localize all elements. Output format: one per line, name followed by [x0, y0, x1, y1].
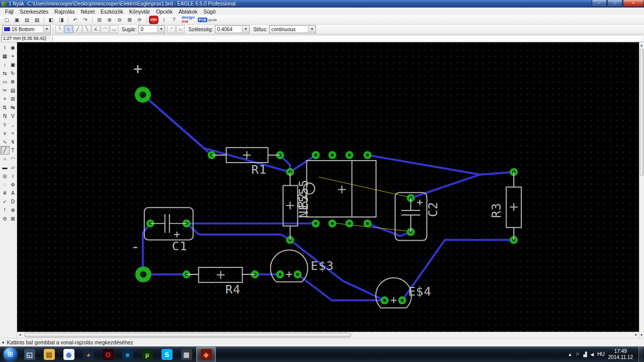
titlebar[interactable]: 1 Nyák -C:\Users\minicooper\Desktop\mini… [0, 0, 644, 8]
scroll-up-icon[interactable]: ▲ [639, 42, 643, 48]
library-editor-icon[interactable]: ◨ [56, 16, 66, 24]
paste-tool[interactable]: ▤ [9, 86, 18, 95]
horizontal-scroll-thumb[interactable] [24, 333, 351, 337]
menu-rajzolas[interactable]: Rajzolás [51, 9, 77, 15]
info-icon[interactable]: i [159, 16, 169, 24]
style-value: continuous [271, 27, 306, 32]
replace-tool[interactable]: ↹ [9, 103, 18, 112]
volume-icon[interactable]: ◀ [590, 352, 594, 357]
wire-bend-90-start-icon[interactable]: └ [55, 25, 64, 33]
scroll-left-icon[interactable]: ◄ [17, 332, 23, 337]
taskbar-app-eagle[interactable]: ◆ [196, 347, 216, 362]
save-icon[interactable]: ▣ [12, 16, 22, 24]
copy-tool[interactable]: ▣ [9, 60, 18, 69]
redo-icon[interactable]: ↷ [80, 16, 90, 24]
wire-bend-free-icon[interactable]: ∠ [92, 25, 100, 33]
scroll-right-icon[interactable]: ► [633, 332, 639, 337]
zoom-out-icon[interactable]: ⊖ [115, 16, 124, 24]
radius-dropdown[interactable]: 0 ▼ [138, 25, 165, 33]
style-dropdown[interactable]: continuous ▼ [269, 25, 316, 33]
menu-konyvtar[interactable]: Könyvtár [126, 9, 153, 15]
mount-pad [135, 87, 151, 103]
export-image-icon[interactable]: ▧ [32, 16, 42, 24]
taskbar-app-opera[interactable]: O [98, 347, 118, 362]
wire-bend-90-end-icon[interactable]: ┐ [64, 25, 73, 33]
mark-tool[interactable]: + [9, 52, 18, 60]
add-tool[interactable]: ⊞ [9, 95, 18, 103]
pcb-quote-logo[interactable]: PCB quote [198, 18, 217, 22]
maximize-button[interactable]: □ [607, 0, 622, 7]
taskbar-app-chrome[interactable]: ◉ [59, 347, 78, 362]
rotate-tool[interactable]: ↻ [9, 69, 18, 78]
zoom-in-tool[interactable]: ⊕ [9, 206, 18, 214]
change-tool[interactable]: ⚙ [9, 78, 18, 86]
show-desktop-button[interactable] [638, 346, 643, 362]
signal-tool[interactable]: ≀ [9, 172, 18, 180]
wire-bend-arc-down-icon[interactable]: ◡ [110, 25, 118, 33]
zoom-fit-icon[interactable]: ⊞ [95, 16, 104, 24]
taskbar-clock[interactable]: 17:49 2014.11.12 [608, 348, 633, 360]
menu-sugo[interactable]: Súgó [200, 9, 219, 15]
trace [187, 224, 290, 240]
vertical-scroll-thumb[interactable] [640, 49, 643, 176]
network-icon[interactable]: ▟ [583, 352, 587, 357]
undo-icon[interactable]: ↶ [70, 16, 80, 24]
show-tool[interactable]: ◉ [9, 43, 18, 52]
menu-opciok[interactable]: Opciók [153, 9, 176, 15]
polygon-tool[interactable]: ▱ [9, 163, 18, 172]
wire-bend-45-start-icon[interactable]: ╱ [73, 25, 82, 33]
pcb-quote-caption: quote [208, 18, 217, 22]
wire-bend-45-end-icon[interactable]: ╲ [83, 25, 91, 33]
taskbar-app-utorrent[interactable]: µ [137, 347, 157, 362]
ripup-tool[interactable]: ↯ [9, 137, 18, 146]
open-board-icon[interactable]: ▢ [2, 16, 12, 24]
text-tool[interactable]: T [9, 146, 18, 155]
menu-fajl[interactable]: Fájl [2, 9, 17, 15]
board-canvas[interactable]: R1 R4 C1 E$3 E$4 R3 C2 R2 NE555 + - [17, 42, 639, 332]
arc-tool[interactable]: ◠ [9, 155, 18, 163]
command-line-input[interactable] [52, 35, 643, 42]
trace [290, 240, 385, 301]
wire-bend-arc-up-icon[interactable]: ◠ [101, 25, 109, 33]
taskbar-app-skype[interactable]: S [157, 347, 177, 362]
design-link-logo[interactable]: design link [182, 16, 195, 24]
menu-ablakok[interactable]: Ablakok [176, 9, 200, 15]
miter-tool[interactable]: ◞ [9, 120, 18, 129]
value-tool[interactable]: V [9, 112, 18, 120]
schematic-editor-icon[interactable]: ◧ [46, 16, 56, 24]
zoom-fit-tool[interactable]: ⊠ [9, 214, 18, 223]
redraw-icon[interactable]: ⟳ [135, 16, 144, 24]
horizontal-scrollbar[interactable]: ◄ ► [17, 332, 639, 338]
taskbar-app-photo-viewer[interactable]: ▦ [177, 347, 196, 362]
label-minus: - [131, 238, 140, 255]
optimize-tool[interactable]: ≈ [9, 129, 18, 137]
start-button[interactable]: ⊞ [4, 347, 17, 361]
vertical-scrollbar[interactable]: ▲ ▼ [639, 42, 644, 338]
zoom-in-icon[interactable]: ⊕ [105, 16, 114, 24]
layer-dropdown[interactable]: 16 Bottom ▼ [2, 25, 51, 33]
attach-tool[interactable]: ⊚ [9, 180, 18, 189]
action-center-icon[interactable]: ⚐ [576, 352, 580, 357]
help-icon[interactable]: ? [169, 16, 179, 24]
autorouter-tool[interactable]: A [9, 189, 18, 197]
stop-icon[interactable]: STOP [149, 16, 158, 24]
drc-tool[interactable]: D [9, 197, 18, 206]
menu-eszkozok[interactable]: Eszközök [98, 9, 126, 15]
language-indicator[interactable]: HU [597, 351, 604, 357]
scroll-down-icon[interactable]: ▼ [639, 332, 643, 338]
menu-nezet[interactable]: Nézet [77, 9, 97, 15]
print-icon[interactable]: ▤ [22, 16, 32, 24]
taskbar-app-computer[interactable]: ◱ [20, 347, 39, 362]
width-dropdown[interactable]: 0.4064 ▼ [215, 25, 250, 33]
layer-dropdown-value: 16 Bottom [12, 27, 41, 32]
tray-expand-icon[interactable]: ▲ [568, 352, 572, 357]
miter-round-icon[interactable]: ◜ [167, 25, 176, 33]
close-button[interactable]: × [623, 0, 644, 7]
taskbar-app-explorer[interactable]: ▤ [39, 347, 59, 362]
menu-szerkesztes[interactable]: Szerkesztés [17, 9, 51, 15]
taskbar-app-firefox[interactable]: ◕ [78, 347, 98, 362]
zoom-select-icon[interactable]: ⊠ [125, 16, 134, 24]
minimize-button[interactable]: – [592, 0, 607, 7]
miter-straight-icon[interactable]: ∟ [176, 25, 185, 33]
taskbar-app-browser[interactable]: e [118, 347, 137, 362]
